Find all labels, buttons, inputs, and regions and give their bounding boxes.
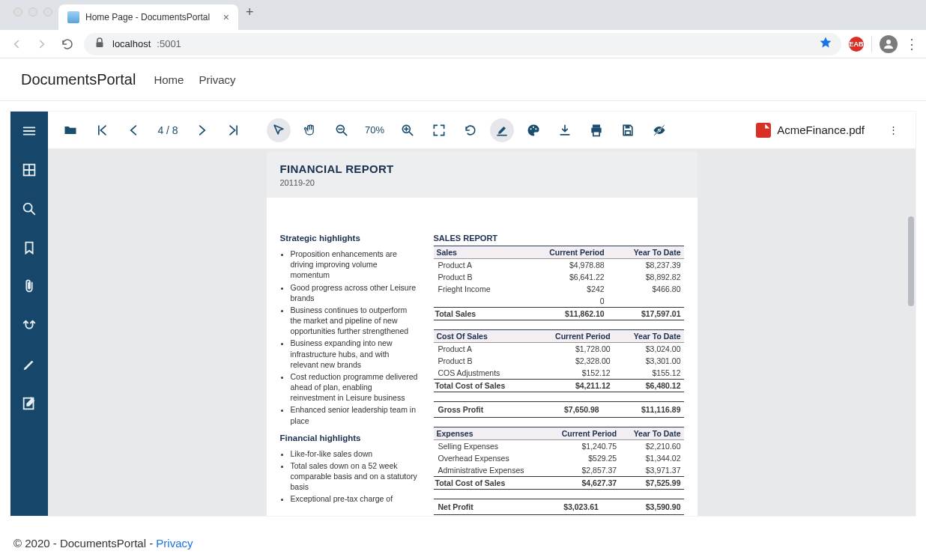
- zoom-level[interactable]: 70%: [361, 124, 388, 136]
- browser-tab[interactable]: Home Page - DocumentsPortal ×: [58, 4, 238, 30]
- extension-badge[interactable]: EAB: [849, 37, 864, 52]
- financial-list: Like-for-like sales downTotal sales down…: [280, 448, 419, 505]
- visibility-off-icon[interactable]: [647, 118, 671, 142]
- list-item: Proposition enhancements are driving imp…: [291, 249, 419, 281]
- list-item: Cost reduction programme delivered ahead…: [291, 371, 419, 404]
- document-canvas[interactable]: FINANCIAL REPORT 20119-20 Strategic high…: [48, 149, 916, 516]
- lock-icon: [93, 36, 106, 52]
- list-item: Exceptional pre-tax charge of: [291, 493, 419, 504]
- svg-point-3: [24, 204, 32, 212]
- svg-point-1: [886, 40, 891, 44]
- table-row: Administrative Expenses$2,857.37$3,971.3…: [434, 464, 684, 477]
- prev-page-icon[interactable]: [121, 118, 145, 142]
- address-bar: localhost:5001 EAB ⋮: [0, 30, 926, 58]
- svg-rect-13: [593, 131, 599, 136]
- profile-avatar[interactable]: [880, 35, 898, 53]
- table-row: Frieght Income$242$466.80: [434, 283, 684, 295]
- thumbnails-icon[interactable]: [19, 159, 40, 180]
- new-tab-button[interactable]: +: [238, 4, 263, 26]
- app-nav: Home Privacy: [154, 73, 235, 86]
- select-tool-icon[interactable]: [267, 118, 291, 142]
- svg-point-8: [530, 128, 532, 130]
- zoom-out-icon[interactable]: [330, 118, 354, 142]
- svg-rect-7: [497, 134, 506, 136]
- table-total-row: Total Cost of Sales$4,627.37$7,525.99: [434, 477, 684, 490]
- forward-button[interactable]: [33, 35, 51, 53]
- svg-point-9: [533, 126, 534, 127]
- open-file-icon[interactable]: [58, 118, 82, 142]
- zoom-in-icon[interactable]: [396, 118, 420, 142]
- table-row: COS Adjustments$152.12$155.12: [434, 367, 684, 380]
- page-indicator[interactable]: 4 / 8: [153, 124, 183, 136]
- viewer-sidebar: [10, 112, 48, 516]
- svg-rect-11: [593, 124, 600, 127]
- undo-redo-icon[interactable]: [19, 315, 40, 336]
- save-icon[interactable]: [616, 118, 640, 142]
- omnibox[interactable]: localhost:5001: [84, 33, 841, 55]
- app-brand[interactable]: DocumentsPortal: [21, 71, 136, 88]
- svg-rect-0: [97, 42, 103, 47]
- last-page-icon[interactable]: [222, 118, 246, 142]
- first-page-icon[interactable]: [90, 118, 114, 142]
- table-row: Product B$6,641.22$8,892.82: [434, 271, 684, 283]
- close-tab-icon[interactable]: ×: [223, 11, 229, 23]
- pan-hand-icon[interactable]: [298, 118, 322, 142]
- nav-privacy[interactable]: Privacy: [199, 73, 235, 86]
- list-item: Business continues to outperform the mar…: [291, 305, 419, 337]
- minimize-window[interactable]: [28, 7, 37, 16]
- profile-separator: [871, 36, 872, 52]
- browser-menu-icon[interactable]: ⋮: [905, 36, 919, 52]
- browser-tab-strip: Home Page - DocumentsPortal × +: [0, 0, 926, 30]
- table-row: Selling Expenses$1,240.75$2,210.60: [434, 440, 684, 453]
- table-row: Overhead Expenses$529.25$1,344.02: [434, 452, 684, 464]
- window-controls: [7, 7, 58, 22]
- strategic-heading: Strategic highlights: [280, 234, 419, 243]
- url-port: :5001: [157, 38, 181, 49]
- bookmark-icon[interactable]: [19, 237, 40, 258]
- rotate-icon[interactable]: [459, 118, 482, 142]
- reload-button[interactable]: [58, 35, 76, 53]
- viewer-toolbar: 4 / 8 70% AcmeFinance.pdf ⋮: [48, 112, 916, 149]
- next-page-icon[interactable]: [190, 118, 214, 142]
- more-menu-icon[interactable]: ⋮: [881, 118, 905, 142]
- svg-rect-15: [626, 130, 631, 134]
- hamburger-menu-icon[interactable]: [19, 121, 40, 141]
- color-palette-icon[interactable]: [521, 118, 545, 142]
- pdf-viewer: 4 / 8 70% AcmeFinance.pdf ⋮: [10, 112, 916, 516]
- svg-rect-14: [626, 125, 630, 128]
- doc-title: FINANCIAL REPORT: [280, 162, 684, 175]
- favicon-icon: [67, 11, 79, 23]
- table-total-row: Total Sales$11,862.10$17,597.01: [434, 308, 684, 320]
- vertical-scrollbar-thumb[interactable]: [908, 216, 914, 306]
- filename-label: AcmeFinance.pdf: [777, 124, 865, 136]
- back-button[interactable]: [7, 35, 25, 53]
- page-content: FINANCIAL REPORT 20119-20 Strategic high…: [267, 152, 697, 516]
- annotate-pencil-icon[interactable]: [19, 354, 40, 375]
- print-icon[interactable]: [584, 118, 608, 142]
- app-footer: © 2020 - DocumentsPortal - Privacy: [0, 526, 926, 560]
- sales-report-title: SALES REPORT: [434, 234, 684, 243]
- close-window[interactable]: [13, 7, 22, 16]
- fit-page-icon[interactable]: [427, 118, 451, 142]
- maximize-window[interactable]: [43, 7, 52, 16]
- attachment-icon[interactable]: [19, 276, 40, 297]
- cost-of-sales-table: Cost Of SalesCurrent PeriodYear To DateP…: [434, 329, 684, 392]
- list-item: Total sales down on a 52 week comparable…: [291, 460, 419, 493]
- table-row: Product A$4,978.88$8,237.39: [434, 259, 684, 272]
- download-icon[interactable]: [553, 118, 577, 142]
- pdf-file-icon: [756, 123, 771, 138]
- copyright-text: © 2020 - DocumentsPortal -: [13, 537, 156, 550]
- nav-home[interactable]: Home: [154, 73, 184, 86]
- list-item: Good progress across other Leisure brand…: [291, 282, 419, 303]
- footer-privacy-link[interactable]: Privacy: [156, 537, 193, 550]
- list-item: Like-for-like sales down: [291, 448, 419, 459]
- doc-subtitle: 20119-20: [280, 178, 684, 187]
- financial-heading: Financial highlights: [280, 433, 419, 442]
- search-icon[interactable]: [19, 198, 40, 219]
- edit-page-icon[interactable]: [19, 393, 40, 414]
- url-host: localhost: [112, 38, 151, 49]
- bookmark-star-icon[interactable]: [819, 36, 832, 52]
- gross-profit-row: Gross Profit$7,650.98$11,116.89: [434, 401, 684, 418]
- highlight-marker-icon[interactable]: [490, 118, 514, 142]
- table-total-row: Total Cost of Sales$4,211.12$6,480.12: [434, 380, 684, 392]
